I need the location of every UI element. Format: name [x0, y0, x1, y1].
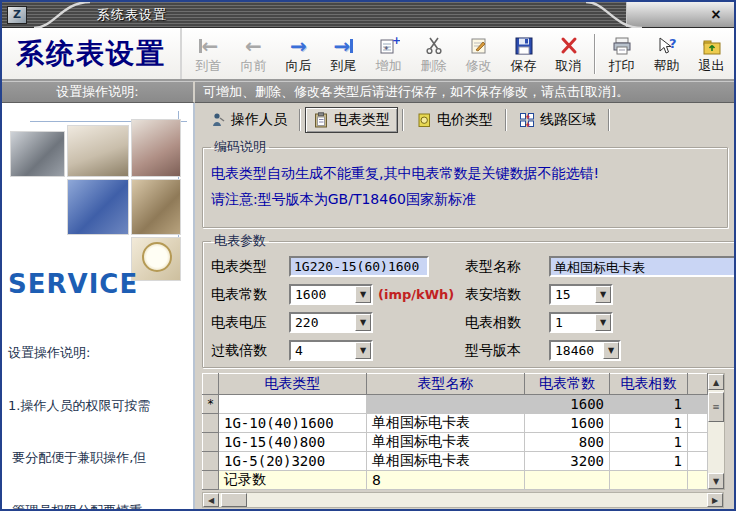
delete-label: 删除: [421, 59, 447, 73]
window-title: 系统表设置: [97, 6, 167, 24]
scroll-down-icon[interactable]: ▼: [708, 473, 724, 489]
overload-label: 过载倍数: [211, 342, 289, 360]
print-icon: [611, 34, 633, 58]
grid-col-constant[interactable]: 电表常数: [525, 374, 610, 395]
exit-button[interactable]: 退出: [689, 30, 734, 78]
grid-col-phases[interactable]: 电表相数: [610, 374, 688, 395]
cell-phases[interactable]: 1: [610, 395, 688, 414]
close-button[interactable]: ×: [706, 5, 726, 25]
save-button[interactable]: 保存: [501, 30, 546, 78]
cell-model-name[interactable]: 单相国标电卡表: [367, 433, 525, 452]
go-last-button[interactable]: → 到尾: [321, 30, 366, 78]
help-button[interactable]: ? 帮助: [644, 30, 689, 78]
service-collage-image: [8, 107, 187, 255]
cell-meter-type[interactable]: 1G-10(40)1600: [219, 414, 367, 433]
vertical-scroll-track[interactable]: [708, 422, 724, 473]
go-first-button[interactable]: ← 到首: [186, 30, 231, 78]
svg-text:*: *: [384, 45, 389, 55]
tab-separator: [505, 109, 507, 131]
overload-value: 4: [291, 342, 307, 359]
print-button[interactable]: 打印: [599, 30, 644, 78]
modify-icon: [468, 34, 490, 58]
cell-constant[interactable]: 1600: [525, 395, 610, 414]
meter-constant-dropdown-icon[interactable]: ▼: [355, 286, 371, 303]
row-selector[interactable]: [203, 414, 219, 433]
scroll-left-icon[interactable]: ◀: [203, 493, 219, 507]
cell-phases[interactable]: 1: [610, 433, 688, 452]
add-record-button[interactable]: + * 增加: [366, 30, 411, 78]
header-strips: 设置操作说明: 可增加、删除、修改各类型后请进行保存，如不保存修改，请点击[取消…: [2, 81, 734, 103]
grid-col-meter-type[interactable]: 电表类型: [219, 374, 367, 395]
horizontal-scroll-thumb[interactable]: [221, 493, 247, 507]
cell-filler: [688, 414, 708, 433]
cell-constant[interactable]: 3200: [525, 452, 610, 471]
model-version-select[interactable]: 18460 ▼: [549, 340, 621, 361]
cell-model-name[interactable]: [367, 395, 525, 414]
go-first-label: 到首: [196, 59, 222, 73]
left-panel-header: 设置操作说明:: [2, 81, 195, 103]
grid-data-row[interactable]: 1G-10(40)1600 单相国标电卡表 1600 1: [203, 414, 708, 433]
tab-operators[interactable]: 操作人员: [202, 107, 295, 133]
go-next-icon: →: [290, 34, 307, 58]
horizontal-scroll-track[interactable]: [247, 493, 707, 507]
cancel-button[interactable]: 取消: [546, 30, 591, 78]
cell-constant[interactable]: 800: [525, 433, 610, 452]
cell-phases[interactable]: 1: [610, 452, 688, 471]
overload-dropdown-icon[interactable]: ▼: [355, 342, 371, 359]
tab-bar: 操作人员 电表类型 电价类: [202, 106, 728, 134]
model-name-label: 表型名称: [465, 258, 549, 276]
voltage-select[interactable]: 220 ▼: [289, 312, 373, 333]
model-name-field[interactable]: 单相国标电卡表: [549, 256, 736, 277]
go-prev-button[interactable]: ← 向前: [231, 30, 276, 78]
exit-folder-icon: [701, 34, 723, 58]
scroll-up-icon[interactable]: ▲: [708, 374, 724, 390]
grid-horizontal-scrollbar[interactable]: ◀ ▶: [202, 492, 724, 508]
row-selector-new[interactable]: *: [203, 395, 219, 414]
cell-meter-type[interactable]: 1G-15(40)800: [219, 433, 367, 452]
meter-type-label: 电表类型: [211, 258, 289, 276]
grid-data-row[interactable]: 1G-15(40)800 单相国标电卡表 800 1: [203, 433, 708, 452]
meter-constant-select[interactable]: 1600 ▼: [289, 284, 373, 305]
grid-vertical-scrollbar[interactable]: ▲ ≡ ▼: [708, 373, 725, 490]
scroll-right-icon[interactable]: ▶: [707, 493, 723, 507]
cell-meter-type[interactable]: [219, 395, 367, 414]
grid-data-row[interactable]: 1G-5(20)3200 单相国标电卡表 3200 1: [203, 452, 708, 471]
vertical-scroll-thumb[interactable]: ≡: [708, 392, 724, 422]
cell-filler: [688, 433, 708, 452]
tab-line-areas[interactable]: + + 线路区域: [511, 107, 604, 133]
cancel-label: 取消: [556, 59, 582, 73]
row-selector[interactable]: [203, 452, 219, 471]
phases-dropdown-icon[interactable]: ▼: [595, 314, 611, 331]
row-selector[interactable]: [203, 433, 219, 452]
watch-face: [142, 242, 172, 272]
grid-col-model-name[interactable]: 表型名称: [367, 374, 525, 395]
amperage-select[interactable]: 15 ▼: [549, 284, 613, 305]
amperage-value: 15: [551, 286, 575, 303]
modify-label: 修改: [466, 59, 492, 73]
overload-select[interactable]: 4 ▼: [289, 340, 373, 361]
meter-type-field[interactable]: 1G220-15(60)1600: [289, 256, 429, 277]
titlebar: Z 系统表设置 ×: [2, 2, 734, 28]
cell-model-name[interactable]: 单相国标电卡表: [367, 452, 525, 471]
voltage-dropdown-icon[interactable]: ▼: [355, 314, 371, 331]
cell-constant[interactable]: 1600: [525, 414, 610, 433]
model-version-dropdown-icon[interactable]: ▼: [603, 342, 619, 359]
help-pointer-icon: ?: [656, 34, 678, 58]
phases-value: 1: [551, 314, 567, 331]
go-next-button[interactable]: → 向后: [276, 30, 321, 78]
phases-label: 电表相数: [465, 314, 549, 332]
tab-meter-types[interactable]: 电表类型: [305, 107, 398, 133]
add-record-icon: + *: [378, 34, 400, 58]
svg-text:?: ?: [669, 36, 677, 51]
grid-new-row[interactable]: * 1600 1: [203, 395, 708, 414]
cell-meter-type[interactable]: 1G-5(20)3200: [219, 452, 367, 471]
phases-select[interactable]: 1 ▼: [549, 312, 613, 333]
delete-button[interactable]: 删除: [411, 30, 456, 78]
cell-model-name[interactable]: 单相国标电卡表: [367, 414, 525, 433]
cell-phases[interactable]: 1: [610, 414, 688, 433]
amperage-dropdown-icon[interactable]: ▼: [595, 286, 611, 303]
collage-tool-photo: [10, 131, 65, 177]
modify-button[interactable]: 修改: [456, 30, 501, 78]
instruction-line: 管理员权限分配要慎重.: [8, 502, 187, 510]
tab-price-types[interactable]: 电价类型: [408, 107, 501, 133]
